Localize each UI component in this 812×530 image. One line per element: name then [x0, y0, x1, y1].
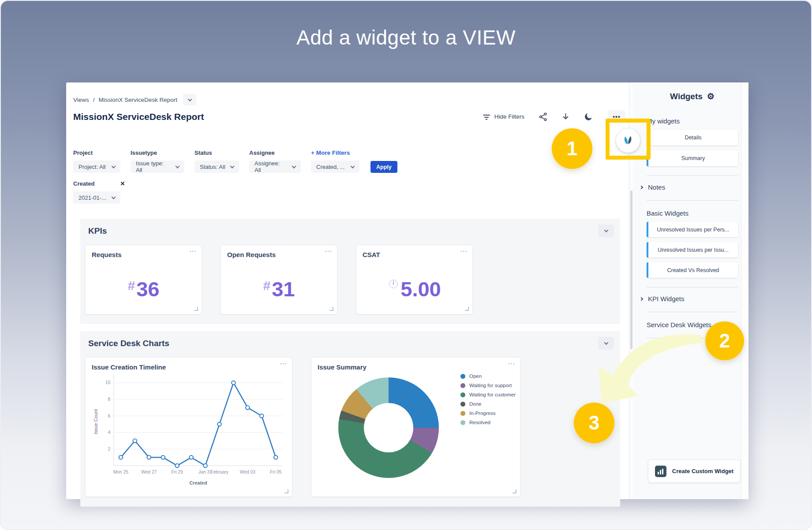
widget-item-unresolved-per-person[interactable]: Unresolved Issues per Pers...	[647, 222, 738, 237]
widget-item-details[interactable]: Details	[647, 130, 738, 146]
widget-panel-toggle-button[interactable]	[616, 129, 640, 153]
breadcrumb-views-link[interactable]: Views	[73, 97, 89, 103]
data-point[interactable]	[119, 455, 123, 459]
card-menu-button[interactable]: ···	[325, 248, 332, 254]
legend-label: Waiting for support	[469, 383, 512, 388]
widget-item-unresolved-per-issue[interactable]: Unresolved Issues per Issu...	[647, 242, 738, 258]
legend-item[interactable]: Resolved	[460, 420, 516, 425]
more-filters-link[interactable]: + More Filters	[311, 149, 359, 156]
collapse-section-button[interactable]	[598, 224, 614, 237]
resize-handle[interactable]	[513, 489, 516, 493]
filter-issuetype: Issuetype Issue type: All	[131, 149, 184, 173]
chevron-down-icon	[292, 164, 296, 168]
issue-summary-card: Issue Summary ··· OpenWaiting for suppor…	[311, 357, 520, 497]
y-tick-label: 6	[108, 414, 110, 418]
x-tick-label: February	[210, 470, 229, 474]
kpi-card-csat: CSAT ··· 5.00	[356, 245, 473, 314]
dashboard-main: Views / MissionX ServiceDesk Report Miss…	[66, 82, 629, 499]
legend-item[interactable]: Waiting for customer	[460, 392, 516, 397]
hash-icon: #	[128, 278, 135, 293]
resize-handle[interactable]	[194, 307, 198, 311]
kpi-widgets-collapsible[interactable]: KPI Widgets	[640, 295, 738, 302]
card-menu-button[interactable]: ···	[508, 360, 515, 367]
sidebar-title: Widgets	[670, 92, 703, 101]
hide-filters-button[interactable]: Hide Filters	[483, 113, 524, 120]
view-switcher-button[interactable]	[183, 94, 196, 105]
card-menu-button[interactable]: ···	[280, 360, 287, 367]
legend-label: Waiting for customer	[469, 392, 516, 397]
x-tick-label: Wed 27	[141, 470, 157, 474]
resize-handle[interactable]	[284, 489, 288, 493]
data-point[interactable]	[161, 455, 165, 459]
kpis-section: KPIs Requests ··· # 36 Open Request	[80, 219, 620, 324]
data-point[interactable]	[246, 406, 250, 410]
data-point[interactable]	[189, 455, 193, 459]
data-point[interactable]	[147, 455, 151, 459]
data-point[interactable]	[274, 455, 278, 459]
data-point[interactable]	[133, 439, 137, 443]
step-3-badge: 3	[574, 403, 614, 443]
widget-item-summary[interactable]: Summary	[647, 150, 738, 166]
created-date-select[interactable]: 2021-01-...	[73, 191, 120, 204]
legend-item[interactable]: Open	[460, 373, 516, 379]
resize-handle[interactable]	[329, 307, 333, 311]
widgets-sidebar: Widgets ⚙ My widgets Details Summary Not…	[633, 82, 748, 499]
filter-lines-icon	[483, 113, 490, 120]
y-tick-label: 4	[108, 430, 110, 435]
scrollbar-thumb[interactable]	[630, 190, 632, 349]
legend-dot	[460, 383, 465, 388]
share-button[interactable]	[539, 112, 547, 121]
gauge-icon	[388, 279, 399, 291]
legend-item[interactable]: Waiting for support	[460, 383, 516, 388]
card-menu-button[interactable]: ···	[190, 248, 197, 254]
legend-item[interactable]: In-Progress	[460, 411, 516, 416]
kpi-value: 31	[272, 277, 295, 301]
tutorial-slide: Add a widget to a VIEW Views / MissionX …	[0, 0, 812, 530]
dark-mode-toggle[interactable]	[584, 112, 593, 121]
remove-filter-icon[interactable]: ✕	[120, 180, 125, 187]
project-select[interactable]: Project: All	[73, 160, 120, 173]
step-1-badge: 1	[552, 128, 592, 169]
y-axis-label: Issue Count	[93, 409, 98, 434]
moon-icon	[584, 112, 593, 121]
slide-title: Add a widget to a VIEW	[1, 26, 811, 49]
filter-assignee: Assignee Assignee: All	[249, 149, 301, 173]
created-fields-select[interactable]: Created, ...	[311, 160, 359, 173]
legend-dot	[460, 411, 465, 416]
y-tick-label: 10	[105, 380, 111, 385]
chevron-right-icon	[640, 185, 643, 189]
gear-icon[interactable]: ⚙	[707, 91, 715, 101]
section-title: Service Desk Charts	[88, 339, 169, 348]
filter-project: Project Project: All	[73, 149, 120, 173]
download-button[interactable]	[562, 113, 569, 121]
apply-button[interactable]: Apply	[370, 161, 397, 173]
chevron-down-icon	[112, 195, 116, 199]
widget-item-created-vs-resolved[interactable]: Created Vs Resolved	[647, 262, 738, 278]
chevron-down-icon	[230, 164, 235, 168]
issuetype-select[interactable]: Issue type: All	[131, 160, 184, 173]
divider	[647, 175, 738, 176]
resize-handle[interactable]	[465, 307, 469, 311]
create-custom-widget-button[interactable]: Create Custom Widget	[648, 459, 741, 483]
sidebar-scrollbar[interactable]	[741, 82, 748, 499]
app-logo-icon	[620, 133, 636, 149]
hash-icon: #	[263, 278, 271, 293]
issue-creation-timeline-card: Issue Creation Timeline ··· 246810Mon 25…	[85, 357, 292, 497]
breadcrumb-current: MissionX ServiceDesk Report	[99, 97, 178, 103]
data-point[interactable]	[260, 414, 264, 418]
kpi-value: 5.00	[400, 277, 441, 301]
data-point[interactable]	[175, 464, 179, 468]
assignee-select[interactable]: Assignee: All	[249, 160, 301, 173]
data-point[interactable]	[203, 464, 207, 468]
card-menu-button[interactable]: ···	[460, 248, 468, 254]
legend-item[interactable]: Done	[460, 401, 516, 407]
tutorial-arrow	[590, 326, 709, 408]
status-select[interactable]: Status: All	[195, 160, 239, 173]
data-point[interactable]	[232, 381, 236, 385]
notes-collapsible[interactable]: Notes	[640, 183, 738, 191]
y-tick-label: 8	[108, 397, 110, 402]
kpi-card-open-requests: Open Requests ··· # 31	[221, 245, 337, 314]
legend-dot	[460, 420, 465, 425]
data-point[interactable]	[217, 422, 221, 426]
chevron-down-icon	[604, 228, 608, 232]
